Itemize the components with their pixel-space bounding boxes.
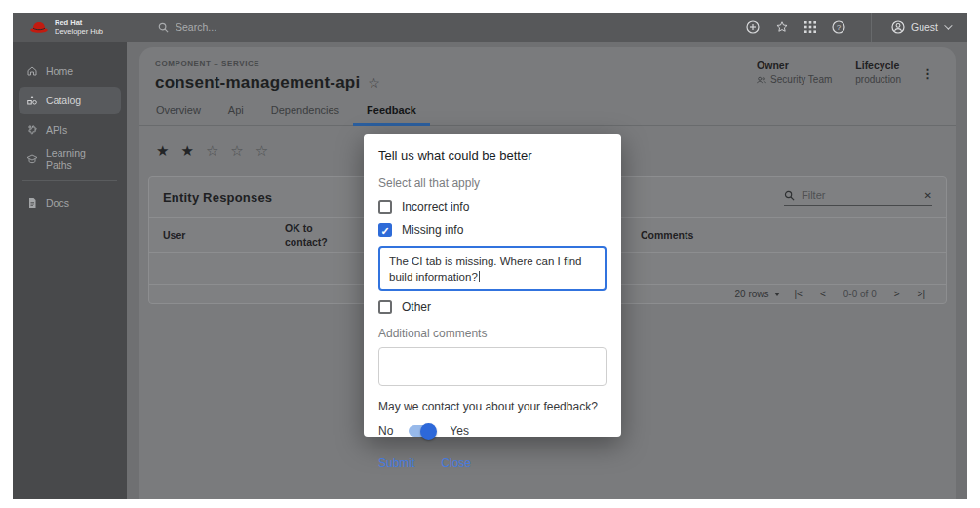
tab-api[interactable]: Api bbox=[215, 104, 257, 125]
missing-info-textarea[interactable]: The CI tab is missing. Where can I find … bbox=[378, 246, 607, 291]
api-icon bbox=[26, 124, 38, 136]
card-title: Entity Responses bbox=[163, 190, 272, 205]
toggle-on-label: Yes bbox=[450, 424, 469, 438]
brand-logo[interactable]: Red Hat Developer Hub bbox=[13, 19, 119, 37]
contact-question: May we contact you about your feedback? bbox=[378, 400, 607, 413]
home-icon bbox=[26, 65, 38, 77]
sidebar-item-learning-paths[interactable]: Learning Paths bbox=[19, 145, 121, 173]
text-cursor bbox=[479, 271, 480, 282]
tab-dependencies[interactable]: Dependencies bbox=[257, 104, 353, 125]
docs-icon bbox=[26, 197, 38, 209]
rating-star-icon[interactable]: ★ bbox=[156, 142, 169, 160]
checkbox-checked-icon[interactable]: ✓ bbox=[378, 223, 392, 237]
owner-block: Owner Security Team bbox=[757, 59, 832, 85]
search-placeholder: Search... bbox=[176, 21, 216, 33]
add-circle-icon[interactable] bbox=[746, 20, 760, 34]
lifecycle-value: production bbox=[855, 74, 901, 85]
first-page-button[interactable]: |< bbox=[786, 289, 811, 299]
page-title: consent-management-api bbox=[155, 73, 360, 93]
catalog-icon bbox=[26, 95, 38, 106]
apps-grid-icon[interactable] bbox=[804, 21, 816, 33]
rows-per-page-select[interactable]: 20 rows bbox=[735, 289, 786, 299]
checkbox-incorrect-info[interactable]: Incorrect info bbox=[378, 200, 607, 214]
sidebar-item-docs[interactable]: Docs bbox=[19, 189, 121, 216]
sidebar-item-home[interactable]: Home bbox=[19, 58, 121, 85]
favorite-star-icon[interactable]: ☆ bbox=[368, 75, 380, 91]
toggle-thumb[interactable] bbox=[420, 423, 437, 440]
column-comments[interactable]: Comments bbox=[641, 229, 932, 241]
filter-clear-icon[interactable]: ✕ bbox=[924, 190, 932, 201]
top-header-bar: Red Hat Developer Hub Search... bbox=[13, 13, 967, 42]
checkbox-unchecked-icon[interactable] bbox=[378, 200, 392, 214]
tab-feedback[interactable]: Feedback bbox=[353, 104, 430, 125]
entity-tabs: Overview Api Dependencies Feedback bbox=[139, 104, 956, 126]
lifecycle-label: Lifecycle bbox=[855, 59, 901, 71]
prev-page-button[interactable]: < bbox=[811, 289, 835, 299]
owner-value[interactable]: Security Team bbox=[757, 74, 832, 85]
additional-comments-label: Additional comments bbox=[378, 327, 607, 340]
filter-input[interactable]: Filter ✕ bbox=[784, 189, 932, 206]
star-outline-icon[interactable] bbox=[775, 20, 789, 34]
user-avatar-icon bbox=[891, 20, 905, 34]
sidebar-item-apis[interactable]: APIs bbox=[19, 116, 121, 143]
column-user[interactable]: User bbox=[163, 229, 285, 241]
checkbox-other[interactable]: Other bbox=[378, 300, 607, 314]
rating-star-icon[interactable]: ☆ bbox=[255, 142, 268, 160]
dialog-title: Tell us what could be better bbox=[378, 148, 607, 163]
close-button[interactable]: Close bbox=[441, 456, 471, 470]
feedback-dialog: Tell us what could be better Select all … bbox=[364, 134, 621, 437]
sidebar-nav: Home Catalog APIs Learning Paths Docs bbox=[13, 42, 127, 499]
header-divider bbox=[871, 13, 872, 42]
rating-star-icon[interactable]: ★ bbox=[180, 142, 193, 160]
redhat-fedora-icon bbox=[29, 20, 49, 34]
lifecycle-block: Lifecycle production bbox=[855, 59, 901, 85]
help-icon[interactable]: ? bbox=[832, 20, 845, 34]
checkbox-missing-info[interactable]: ✓ Missing info bbox=[378, 223, 607, 237]
owner-label: Owner bbox=[757, 59, 832, 71]
next-page-button[interactable]: > bbox=[885, 289, 909, 299]
caret-down-icon bbox=[774, 293, 780, 296]
brand-text: Red Hat Developer Hub bbox=[55, 19, 103, 37]
filter-placeholder: Filter bbox=[802, 189, 918, 201]
rating-star-icon[interactable]: ☆ bbox=[230, 142, 243, 160]
group-icon bbox=[757, 76, 766, 84]
checkbox-unchecked-icon[interactable] bbox=[378, 300, 392, 314]
global-search-input[interactable]: Search... bbox=[158, 21, 216, 33]
user-label: Guest bbox=[911, 21, 938, 33]
chevron-down-icon bbox=[944, 21, 952, 29]
dialog-subtitle: Select all that apply bbox=[378, 176, 607, 190]
contact-toggle[interactable] bbox=[409, 425, 434, 437]
tab-overview[interactable]: Overview bbox=[142, 104, 215, 125]
last-page-button[interactable]: >| bbox=[909, 289, 934, 299]
user-menu[interactable]: Guest bbox=[891, 20, 967, 34]
sidebar-item-catalog[interactable]: Catalog bbox=[19, 87, 121, 114]
sidebar-divider bbox=[22, 180, 117, 181]
learning-paths-icon bbox=[26, 153, 38, 165]
additional-comments-textarea[interactable] bbox=[378, 347, 607, 386]
page-range-label: 0-0 of 0 bbox=[835, 289, 885, 299]
svg-text:?: ? bbox=[837, 23, 842, 32]
submit-button[interactable]: Submit bbox=[378, 456, 414, 470]
rating-star-icon[interactable]: ☆ bbox=[206, 142, 218, 160]
search-icon bbox=[158, 22, 169, 33]
kebab-menu-icon[interactable]: ⋮ bbox=[921, 66, 934, 81]
filter-search-icon bbox=[784, 190, 795, 201]
toggle-off-label: No bbox=[378, 424, 393, 438]
